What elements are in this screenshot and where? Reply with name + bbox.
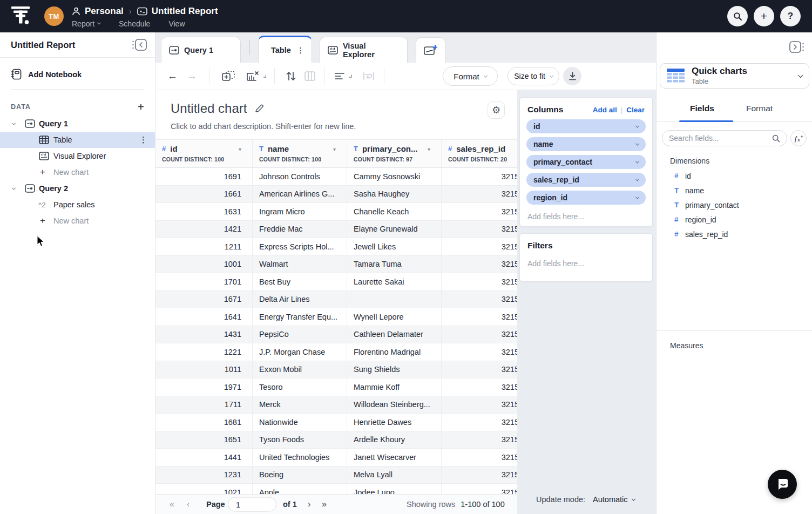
cell-id: 1701 bbox=[155, 273, 253, 290]
left-sidebar: Untitled Report Add Notebook DATA + Quer… bbox=[0, 32, 155, 514]
format-button[interactable]: Format bbox=[443, 66, 498, 86]
chart-type-selector[interactable]: Quick charts Table bbox=[660, 63, 809, 89]
cell-name: Exxon Mobil bbox=[253, 361, 347, 378]
page-input[interactable] bbox=[228, 497, 276, 512]
tab-menu-button[interactable]: ⋮ bbox=[297, 46, 304, 55]
cell-primary-contact: Wynell Lepore bbox=[347, 308, 442, 326]
sidebar-item-query2[interactable]: Query 2 bbox=[0, 180, 155, 197]
tab-query1[interactable]: Query 1 bbox=[161, 37, 241, 63]
add-data-button[interactable]: + bbox=[138, 101, 144, 112]
sidebar-item-query1[interactable]: Query 1 bbox=[0, 116, 155, 132]
search-fields-input[interactable] bbox=[669, 134, 772, 143]
column-pill[interactable]: name bbox=[526, 137, 646, 151]
column-header-name[interactable]: Tname ▾ COUNT DISTINCT: 100 bbox=[253, 140, 347, 167]
column-pill[interactable]: region_id bbox=[526, 191, 646, 205]
add-button[interactable]: + bbox=[754, 6, 774, 26]
chart-title[interactable]: Untitled chart bbox=[171, 101, 247, 116]
column-header-sales-rep-id[interactable]: #sales_rep_id COUNT DISTINCT: 20 bbox=[442, 140, 528, 167]
formula-icon: ƒₓ+ bbox=[794, 134, 803, 143]
chat-support-button[interactable] bbox=[768, 470, 797, 499]
next-page-button[interactable]: › bbox=[308, 499, 310, 509]
column-menu-icon[interactable]: ▾ bbox=[428, 146, 430, 152]
help-button[interactable]: ? bbox=[780, 6, 801, 26]
text-type-icon: T bbox=[354, 145, 358, 153]
chart-settings-button[interactable]: ⚙ bbox=[488, 102, 505, 119]
column-pill[interactable]: sales_rep_id bbox=[526, 173, 646, 187]
fields-format-tabs: Fields Format bbox=[657, 98, 812, 122]
columns-drop-placeholder[interactable]: Add fields here... bbox=[520, 208, 652, 225]
dimension-field[interactable]: T primary_contact bbox=[657, 198, 812, 212]
tab-fields[interactable]: Fields bbox=[690, 104, 714, 113]
avatar[interactable]: TM bbox=[44, 6, 64, 26]
breadcrumb-workspace[interactable]: Personal bbox=[85, 6, 124, 17]
dimension-field[interactable]: # sales_rep_id bbox=[657, 227, 812, 241]
column-menu-icon[interactable]: ▾ bbox=[239, 146, 241, 152]
add-column-button[interactable] bbox=[221, 70, 235, 82]
first-page-button[interactable]: « bbox=[170, 499, 174, 509]
row-menu-button[interactable]: ⋮ bbox=[139, 135, 147, 145]
text-wrap-button[interactable] bbox=[363, 72, 375, 80]
text-type-icon: T bbox=[259, 145, 263, 153]
previous-page-button[interactable]: ‹ bbox=[187, 499, 190, 509]
cell-primary-contact: Mammie Koff bbox=[347, 378, 442, 396]
column-pill[interactable]: primary_contact bbox=[526, 155, 646, 169]
add-formula-button[interactable]: ƒₓ+ bbox=[790, 130, 807, 146]
column-settings-button[interactable] bbox=[304, 71, 315, 81]
add-notebook-button[interactable]: Add Notebook bbox=[11, 69, 144, 80]
collapse-panel-button[interactable] bbox=[789, 40, 805, 53]
sidebar-item-table[interactable]: Table ⋮ bbox=[0, 132, 155, 148]
edit-title-button[interactable] bbox=[254, 104, 264, 113]
visual-explorer-icon bbox=[39, 152, 49, 160]
divider bbox=[274, 68, 275, 84]
table-icon bbox=[39, 136, 49, 144]
showing-rows-label: Showing rows bbox=[407, 500, 455, 509]
sidebar-item-new-chart-query1[interactable]: + New chart bbox=[0, 164, 155, 180]
menu-report[interactable]: Report bbox=[72, 19, 100, 28]
dimension-field[interactable]: # id bbox=[657, 168, 812, 183]
tab-table-active[interactable]: Table ⋮ bbox=[258, 36, 312, 63]
tab-format[interactable]: Format bbox=[746, 104, 773, 113]
chevron-down-icon bbox=[635, 159, 639, 163]
redo-button[interactable]: → bbox=[187, 70, 197, 82]
column-menu-icon[interactable]: ▾ bbox=[333, 146, 336, 152]
sidebar-item-paper-sales[interactable]: ^2 Paper sales bbox=[0, 197, 155, 213]
dimension-field[interactable]: # region_id bbox=[657, 212, 812, 227]
tab-visual-explorer[interactable]: Visual Explorer bbox=[320, 37, 408, 63]
divider bbox=[324, 68, 324, 84]
last-page-button[interactable]: » bbox=[322, 499, 327, 509]
chevron-down-icon[interactable] bbox=[263, 75, 266, 78]
columns-card: Columns Add all | Clear id name primary_… bbox=[519, 97, 653, 227]
add-all-link[interactable]: Add all bbox=[593, 106, 617, 114]
app-logo-icon[interactable] bbox=[11, 5, 31, 27]
search-fields-box[interactable] bbox=[662, 130, 787, 146]
column-pill[interactable]: id bbox=[526, 119, 646, 133]
remove-column-button[interactable] bbox=[246, 71, 259, 82]
sidebar-item-new-chart-query2[interactable]: + New chart bbox=[0, 213, 155, 229]
update-mode-select[interactable]: Automatic bbox=[593, 495, 634, 504]
notebook-icon bbox=[11, 69, 22, 80]
filters-drop-placeholder[interactable]: Add fields here... bbox=[520, 255, 652, 272]
divider bbox=[209, 68, 210, 84]
column-header-primary-contact[interactable]: Tprimary_con... ▾ COUNT DISTINCT: 97 bbox=[347, 140, 442, 167]
clear-link[interactable]: Clear bbox=[626, 106, 645, 114]
sort-button[interactable] bbox=[285, 71, 297, 82]
breadcrumb-report[interactable]: Untitled Report bbox=[152, 6, 218, 17]
cell-id: 1001 bbox=[155, 256, 253, 273]
size-to-fit-button[interactable]: Size to fit bbox=[508, 67, 559, 85]
cell-sales-rep-id: 3215 bbox=[442, 343, 528, 361]
undo-button[interactable]: ← bbox=[167, 70, 178, 82]
menu-schedule[interactable]: Schedule bbox=[119, 19, 150, 28]
collapse-sidebar-button[interactable] bbox=[131, 38, 147, 51]
cell-id: 1441 bbox=[155, 449, 253, 466]
chevron-down-icon bbox=[635, 124, 639, 127]
new-chart-tab-button[interactable] bbox=[416, 37, 445, 63]
download-button[interactable] bbox=[563, 67, 581, 85]
align-button[interactable] bbox=[335, 72, 344, 80]
column-header-id[interactable]: #id ▾ COUNT DISTINCT: 100 bbox=[155, 140, 253, 167]
page-label: Page bbox=[206, 500, 225, 509]
dimension-field[interactable]: T name bbox=[657, 183, 812, 198]
sidebar-item-visual-explorer[interactable]: Visual Explorer bbox=[0, 148, 155, 164]
menu-view[interactable]: View bbox=[168, 19, 185, 28]
search-button[interactable] bbox=[727, 6, 748, 26]
chevron-down-icon[interactable] bbox=[349, 75, 351, 78]
